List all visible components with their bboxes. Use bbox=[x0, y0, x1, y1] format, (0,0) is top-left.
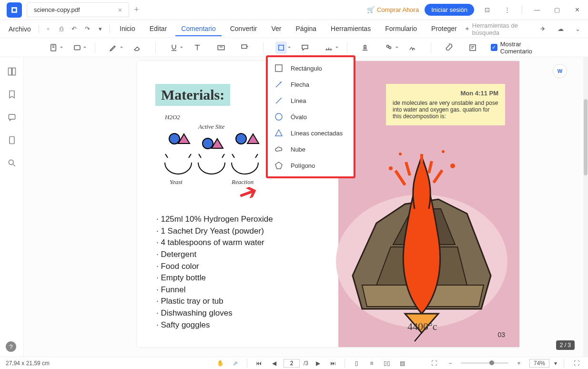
next-page-button[interactable]: ▶ bbox=[312, 359, 324, 368]
read-view[interactable]: ▤ bbox=[396, 359, 408, 368]
svg-point-28 bbox=[442, 150, 445, 153]
two-page-view[interactable]: ▯▯ bbox=[381, 359, 393, 368]
attach-tool[interactable] bbox=[444, 41, 455, 54]
underline-tool[interactable] bbox=[168, 41, 180, 54]
svg-point-14 bbox=[169, 133, 180, 144]
new-tab-button[interactable]: + bbox=[134, 5, 139, 15]
zoom-in-button[interactable]: + bbox=[513, 359, 525, 368]
speech-tool[interactable] bbox=[299, 41, 311, 54]
save-icon[interactable]: ▫ bbox=[43, 22, 54, 36]
search-panel-icon[interactable] bbox=[7, 158, 17, 168]
polygon-icon bbox=[274, 161, 283, 170]
shape-option-oval[interactable]: Óvalo bbox=[268, 109, 354, 125]
note-tool[interactable] bbox=[48, 41, 59, 54]
menu-editar[interactable]: Editar bbox=[144, 22, 173, 36]
volcano-illustration: 4400°c bbox=[334, 142, 510, 342]
arrow-icon bbox=[274, 80, 283, 89]
list-item: · Safty goggles bbox=[156, 319, 273, 331]
continuous-view[interactable]: ≡ bbox=[366, 359, 377, 368]
zoom-slider[interactable] bbox=[461, 362, 508, 364]
document-tab[interactable]: science-copy.pdf × bbox=[27, 2, 129, 17]
menu-proteger[interactable]: Proteger bbox=[426, 22, 463, 36]
eraser-tool[interactable] bbox=[132, 41, 143, 54]
shape-option-cloud[interactable]: Nube bbox=[268, 141, 354, 157]
feedback-icon[interactable]: ⊡ bbox=[480, 3, 494, 17]
shape-option-arrow[interactable]: Flecha bbox=[268, 76, 354, 92]
svg-rect-10 bbox=[12, 68, 15, 75]
rect-icon bbox=[274, 64, 283, 72]
scrollbar-thumb[interactable] bbox=[584, 99, 588, 175]
bookmark-icon[interactable] bbox=[7, 90, 17, 99]
svg-line-33 bbox=[276, 98, 282, 103]
single-page-view[interactable]: ▯ bbox=[351, 359, 362, 368]
list-item: · Plastic tray or tub bbox=[156, 296, 273, 308]
note-timestamp: Mon 4:11 PM bbox=[393, 90, 498, 97]
fullscreen-button[interactable]: ⛶ bbox=[571, 359, 582, 368]
comment-list-tool[interactable] bbox=[467, 41, 478, 54]
stamp-list-tool[interactable] bbox=[383, 41, 395, 54]
signature-tool[interactable] bbox=[407, 41, 418, 54]
shape-option-line[interactable]: Línea bbox=[268, 92, 354, 109]
page-input[interactable] bbox=[284, 359, 300, 368]
thumbnails-icon[interactable] bbox=[7, 67, 17, 76]
last-page-button[interactable]: ⏭ bbox=[327, 359, 339, 368]
close-tab-icon[interactable]: × bbox=[118, 6, 122, 14]
shape-option-polyline[interactable]: Líneas conectadas bbox=[268, 125, 354, 141]
help-button[interactable]: ? bbox=[6, 341, 16, 352]
prev-page-button[interactable]: ◀ bbox=[268, 359, 280, 368]
highlight-area-tool[interactable] bbox=[71, 41, 83, 54]
materials-list: · 125ml 10% Hydrogen Peroxide· 1 Sachet … bbox=[156, 214, 273, 331]
minimize-button[interactable]: — bbox=[530, 3, 544, 17]
menu-herramientas[interactable]: Herramientas bbox=[325, 22, 376, 36]
shape-option-polygon[interactable]: Polígono bbox=[268, 157, 354, 174]
search-tools[interactable]: ✦ Herramientas de búsqueda bbox=[465, 22, 531, 36]
more-icon[interactable]: ⋮ bbox=[500, 3, 514, 17]
vertical-scrollbar[interactable] bbox=[583, 57, 588, 357]
hand-tool[interactable]: ✋ bbox=[214, 359, 226, 368]
quick-dropdown-icon[interactable]: ▾ bbox=[95, 22, 106, 36]
menu-página[interactable]: Página bbox=[290, 22, 323, 36]
menu-ver[interactable]: Ver bbox=[266, 22, 287, 36]
oval-icon bbox=[274, 113, 283, 121]
select-tool[interactable]: ⬀ bbox=[230, 359, 241, 368]
cloud-icon[interactable]: ☁ bbox=[555, 22, 566, 36]
chevron-down-icon[interactable]: ⌄ bbox=[572, 22, 583, 36]
menu-inicio[interactable]: Inicio bbox=[114, 22, 141, 36]
send-icon[interactable]: ✈ bbox=[537, 22, 548, 36]
menu-formulario[interactable]: Formulario bbox=[379, 22, 423, 36]
file-menu[interactable]: Archivo bbox=[5, 23, 35, 35]
zoom-out-button[interactable]: − bbox=[445, 359, 456, 368]
word-export-button[interactable]: W bbox=[553, 64, 567, 78]
buy-now-link[interactable]: 🛒 Comprar Ahora bbox=[367, 6, 419, 13]
text-tool[interactable] bbox=[192, 41, 203, 54]
zoom-dropdown-icon[interactable]: ▾ bbox=[554, 360, 557, 367]
sticky-note[interactable]: Mon 4:11 PM ide molecules are very unsta… bbox=[386, 84, 505, 125]
print-icon[interactable]: ⎙ bbox=[56, 22, 67, 36]
zoom-thumb[interactable] bbox=[489, 360, 494, 365]
status-bar: 27,94 x 21,59 cm ✋ ⬀ ⏮ ◀ /3 ▶ ⏭ ▯ ≡ ▯▯ ▤… bbox=[0, 357, 588, 369]
shapes-tool[interactable] bbox=[275, 41, 287, 54]
fit-width-button[interactable]: ⛶ bbox=[428, 359, 440, 368]
first-page-button[interactable]: ⏮ bbox=[253, 359, 264, 368]
comments-panel-icon[interactable] bbox=[7, 113, 17, 122]
signin-button[interactable]: Iniciar sesión bbox=[425, 4, 474, 16]
redo-icon[interactable]: ↷ bbox=[82, 22, 93, 36]
svg-point-18 bbox=[236, 133, 246, 144]
measure-tool[interactable] bbox=[323, 41, 335, 54]
yeast-label: Yeast bbox=[170, 178, 182, 186]
pencil-tool[interactable] bbox=[108, 41, 119, 54]
callout-tool[interactable] bbox=[239, 41, 251, 54]
undo-icon[interactable]: ↶ bbox=[69, 22, 80, 36]
volcano-temperature: 4400°c bbox=[407, 320, 437, 333]
menu-comentario[interactable]: Comentario bbox=[175, 22, 221, 36]
svg-rect-2 bbox=[218, 45, 224, 50]
stamp-tool[interactable] bbox=[360, 41, 371, 54]
shape-option-rect[interactable]: Rectángulo bbox=[268, 60, 354, 76]
attachments-panel-icon[interactable] bbox=[7, 135, 17, 145]
menu-convertir[interactable]: Convertir bbox=[224, 22, 263, 36]
app-logo[interactable] bbox=[7, 2, 22, 18]
close-window-button[interactable]: ✕ bbox=[570, 3, 584, 17]
show-comments-toggle[interactable]: ✓ Mostrar Comentario bbox=[491, 41, 550, 55]
textbox-tool[interactable] bbox=[215, 41, 227, 54]
maximize-button[interactable]: ▢ bbox=[550, 3, 564, 17]
